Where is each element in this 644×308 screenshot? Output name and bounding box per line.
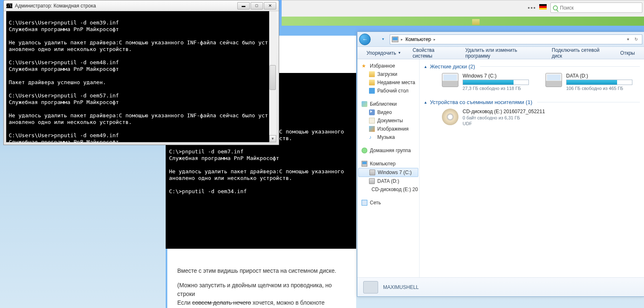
search-icon (553, 5, 558, 10)
folder-icon (369, 71, 375, 77)
article-text: Если (177, 299, 192, 306)
folder-icon (472, 19, 480, 25)
nav-pictures[interactable]: Изображения (357, 125, 419, 133)
drive-item-c[interactable]: Windows 7 (C:) 27,3 ГБ свободно из 118 Г… (442, 73, 529, 91)
drive-name: DATA (D:) (566, 73, 632, 79)
browser-menu-dots-icon[interactable]: ••• (528, 5, 536, 11)
folder-icon (369, 80, 375, 85)
toolbar-uninstall[interactable]: Удалить или изменить программу (460, 47, 546, 59)
breadcrumb-computer[interactable]: Компьютер (404, 36, 433, 42)
terminal-1-title: Администратор: Командная строка (15, 3, 237, 9)
drive-free-text: 27,3 ГБ свободно из 118 ГБ (463, 86, 529, 91)
close-button[interactable] (264, 2, 276, 10)
nav-drive-c[interactable]: Windows 7 (C:) (358, 168, 418, 177)
terminal-scrollbar[interactable]: ▲ ▼ (269, 11, 276, 142)
nav-back-button[interactable]: ← (359, 34, 371, 45)
drives-list: Windows 7 (C:) 27,3 ГБ свободно из 118 Г… (424, 71, 640, 97)
toolbar-system-props[interactable]: Свойства системы (407, 47, 459, 59)
nav-drive-e-label: CD-дисковод (E:) 20 (371, 187, 418, 192)
drive-name: CD-дисковод (E:) 20160727_052211 (463, 109, 545, 114)
refresh-button[interactable]: ↻ (632, 37, 640, 41)
lang-flag-germany-icon[interactable] (539, 4, 547, 10)
address-dropdown-button[interactable]: ▾ (624, 37, 632, 41)
toolbar-map-label: Подключить сетевой диск (552, 47, 608, 59)
group-removable-label: Устройства со съемными носителями (1) (430, 99, 532, 105)
terminal-1-titlebar[interactable]: C:\. Администратор: Командная строка (4, 0, 279, 11)
nav-desktop[interactable]: Рабочий стол (357, 87, 419, 95)
documents-icon (369, 118, 375, 124)
explorer-body: ★ Избранное Загрузки Недавние места Рабо… (357, 59, 644, 277)
nav-favorites[interactable]: ★ Избранное (357, 62, 419, 70)
toolbar-open[interactable]: Откры (615, 47, 641, 59)
divider (480, 66, 640, 67)
explorer-content-pane[interactable]: ▲ Жесткие диски (2) Windows 7 (C:) 27,3 … (420, 59, 644, 277)
nav-forward-button[interactable]: → (369, 34, 381, 45)
network-icon (362, 200, 367, 206)
browser-search-input[interactable] (560, 5, 642, 11)
group-removable[interactable]: ▲ Устройства со съемными носителями (1) (424, 97, 640, 107)
drive-name: Windows 7 (C:) (463, 73, 529, 79)
nav-music[interactable]: ♪ Музыка (357, 133, 419, 141)
drive-icon (369, 178, 375, 184)
libraries-icon (362, 101, 367, 107)
scrollbar-track[interactable] (269, 18, 276, 135)
nav-network[interactable]: Сеть (357, 199, 419, 207)
nav-documents-label: Документы (377, 118, 403, 124)
breadcrumb-sep-icon[interactable]: ▸ (400, 37, 404, 41)
browser-top-bar: ••• (282, 0, 644, 17)
nav-network-label: Сеть (370, 200, 381, 206)
scrollbar-down-button[interactable]: ▼ (269, 135, 276, 142)
explorer-status-bar: MAXIMUSHELL (357, 277, 644, 296)
terminal-1-body[interactable]: C:\Users\User>pnputil -d oem39.inf Служе… (6, 11, 276, 142)
terminal-1-output: C:\Users\User>pnputil -d oem39.inf Служе… (9, 19, 268, 142)
nav-drive-e[interactable]: CD-дисковод (E:) 20 (357, 185, 419, 194)
pictures-icon (369, 126, 375, 132)
nav-group-network: Сеть (357, 199, 419, 207)
cd-drive-icon (442, 109, 458, 125)
collapse-icon: ▲ (424, 100, 427, 104)
drive-usage-bar (566, 80, 632, 85)
toolbar-map-drive[interactable]: Подключить сетевой диск (546, 47, 614, 59)
article-paragraph: Вместе с этим видишь прирост места на си… (177, 267, 346, 275)
nav-homegroup[interactable]: Домашняя группа (357, 146, 419, 155)
divider (537, 102, 640, 102)
nav-drive-c-label: Windows 7 (C:) (378, 170, 412, 175)
nav-recent[interactable]: Недавние места (357, 78, 419, 87)
nav-history-dropdown[interactable]: ▼ (381, 37, 385, 41)
nav-group-favorites: ★ Избранное Загрузки Недавние места Рабо… (357, 62, 419, 95)
star-icon: ★ (362, 63, 367, 69)
nav-computer[interactable]: Компьютер (357, 160, 419, 168)
drive-item-d[interactable]: DATA (D:) 106 ГБ свободно из 465 ГБ (545, 73, 632, 91)
scrollbar-thumb[interactable] (270, 65, 276, 90)
drive-info: Windows 7 (C:) 27,3 ГБ свободно из 118 Г… (463, 73, 529, 91)
nav-drive-d[interactable]: DATA (D:) (357, 177, 419, 185)
maximize-button[interactable] (251, 2, 263, 10)
nav-downloads[interactable]: Загрузки (357, 70, 419, 78)
drive-info: CD-дисковод (E:) 20160727_052211 0 байт … (463, 109, 545, 126)
nav-libraries[interactable]: Библиотеки (357, 100, 419, 108)
drive-usage-bar (463, 80, 529, 85)
breadcrumb-sep-icon[interactable]: ▸ (433, 37, 437, 41)
toolbar-uninstall-label: Удалить или изменить программу (466, 47, 540, 59)
address-bar[interactable]: ▸ Компьютер ▸ ▾ ↻ (390, 34, 642, 44)
drive-item-cd[interactable]: CD-дисковод (E:) 20160727_052211 0 байт … (442, 109, 545, 126)
nav-documents[interactable]: Документы (357, 116, 419, 125)
toolbar-organize[interactable]: Упорядочить ▼ (361, 47, 407, 59)
desktop-background-icons (472, 19, 644, 31)
dropdown-icon: ▼ (398, 51, 401, 55)
status-computer-icon (363, 281, 378, 293)
status-label: MAXIMUSHELL (383, 284, 419, 290)
desktop-icon (369, 88, 375, 94)
group-hard-drives[interactable]: ▲ Жесткие диски (2) (424, 61, 640, 71)
nav-recent-label: Недавние места (377, 80, 415, 85)
minimize-button[interactable] (237, 2, 250, 10)
nav-video[interactable]: Видео (357, 108, 419, 116)
nav-libraries-label: Библиотеки (370, 101, 397, 107)
computer-icon (362, 161, 367, 167)
removable-list: CD-дисковод (E:) 20160727_052211 0 байт … (424, 107, 640, 132)
nav-computer-label: Компьютер (370, 161, 396, 167)
computer-icon (392, 36, 398, 42)
article-text: (Можно запустить и двойным щелчком из пр… (177, 282, 332, 297)
nav-drive-d-label: DATA (D:) (377, 178, 399, 184)
nav-music-label: Музыка (377, 134, 395, 140)
